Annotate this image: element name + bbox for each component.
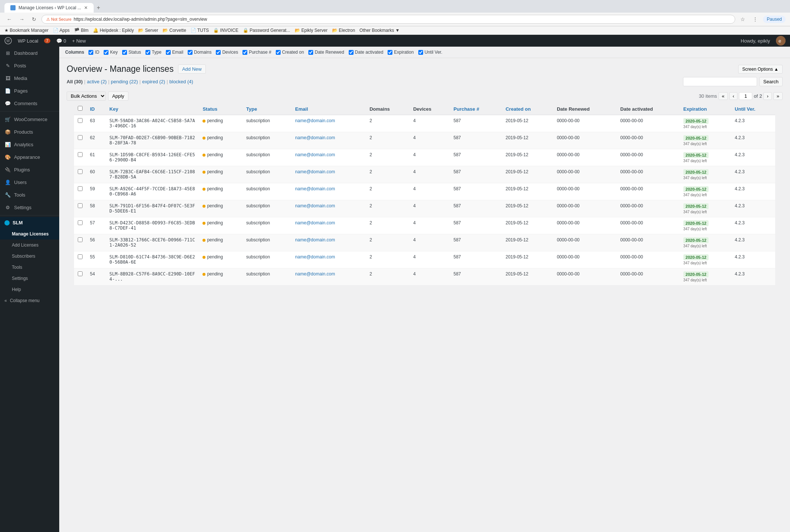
row-checkbox[interactable] bbox=[78, 186, 83, 191]
col-checkbox-expiration[interactable] bbox=[388, 50, 392, 55]
th-created[interactable]: Created on bbox=[502, 103, 553, 115]
th-key[interactable]: Key bbox=[106, 103, 199, 115]
active-tab[interactable]: Manage Licenses ‹ WP Local ... ✕ bbox=[4, 3, 94, 13]
last-page-button[interactable]: » bbox=[773, 92, 783, 100]
sidebar-sub-manage-licenses[interactable]: Manage Licenses bbox=[0, 228, 59, 240]
col-check-renewed[interactable]: Date Renewed bbox=[308, 50, 344, 55]
email-link[interactable]: name@domain.com bbox=[295, 169, 335, 174]
col-checkbox-renewed[interactable] bbox=[308, 50, 313, 55]
th-id[interactable]: ID bbox=[86, 103, 106, 115]
col-checkbox-domains[interactable] bbox=[188, 50, 193, 55]
row-checkbox[interactable] bbox=[78, 135, 83, 140]
email-link[interactable]: name@domain.com bbox=[295, 135, 335, 140]
bookmark-electron[interactable]: 📂 Electron bbox=[332, 28, 355, 33]
add-new-button[interactable]: Add New bbox=[178, 64, 206, 74]
search-button[interactable]: Search bbox=[759, 77, 783, 86]
sidebar-item-users[interactable]: 👤 Users bbox=[0, 176, 59, 188]
col-check-domains[interactable]: Domains bbox=[188, 50, 211, 55]
address-bar[interactable]: ⚠ Not Secure https://wplocal.ddev.local/… bbox=[41, 15, 735, 24]
tab-close-button[interactable]: ✕ bbox=[84, 5, 88, 10]
col-check-status[interactable]: Status bbox=[122, 50, 141, 55]
sidebar-item-pages[interactable]: 📄 Pages bbox=[0, 84, 59, 97]
th-purchase[interactable]: Purchase # bbox=[450, 103, 502, 115]
th-status[interactable]: Status bbox=[199, 103, 242, 115]
bookmark-invoice[interactable]: 🔒 INVOICE bbox=[213, 28, 238, 33]
sidebar-item-plugins[interactable]: 🔌 Plugins bbox=[0, 163, 59, 176]
col-checkbox-id[interactable] bbox=[88, 50, 93, 55]
sidebar-item-analytics[interactable]: 📊 Analytics bbox=[0, 138, 59, 151]
bookmark-helpdesk[interactable]: 🔔 Helpdesk : Epikly bbox=[93, 28, 134, 33]
sidebar-item-comments[interactable]: 💬 Comments bbox=[0, 97, 59, 110]
sidebar-sub-tools[interactable]: Tools bbox=[0, 262, 59, 273]
th-email[interactable]: Email bbox=[291, 103, 366, 115]
sidebar-sub-subscribers[interactable]: Subscribers bbox=[0, 251, 59, 262]
first-page-button[interactable]: « bbox=[719, 92, 728, 100]
sidebar-item-media[interactable]: 🖼 Media bbox=[0, 72, 59, 84]
page-input[interactable] bbox=[739, 92, 752, 100]
new-tab-button[interactable]: + bbox=[94, 3, 103, 13]
filter-expired[interactable]: expired (2) bbox=[142, 79, 165, 84]
admin-bar-new[interactable]: + New bbox=[72, 38, 86, 44]
col-check-devices[interactable]: Devices bbox=[216, 50, 238, 55]
bulk-actions-select[interactable]: Bulk Actions bbox=[67, 91, 106, 101]
col-checkbox-purchase[interactable] bbox=[242, 50, 247, 55]
apply-button[interactable]: Apply bbox=[108, 91, 128, 101]
screen-options-button[interactable]: Screen Options ▲ bbox=[738, 65, 783, 74]
sidebar-item-posts[interactable]: ✎ Posts bbox=[0, 59, 59, 72]
col-check-activated[interactable]: Date activated bbox=[349, 50, 384, 55]
email-link[interactable]: name@domain.com bbox=[295, 152, 335, 157]
col-check-version[interactable]: Until Ver. bbox=[418, 50, 442, 55]
filter-pending[interactable]: pending (22) bbox=[111, 79, 138, 84]
filter-blocked[interactable]: blocked (4) bbox=[170, 79, 193, 84]
col-checkbox-status[interactable] bbox=[122, 50, 127, 55]
row-checkbox[interactable] bbox=[78, 254, 83, 259]
filter-active[interactable]: active (2) bbox=[87, 79, 107, 84]
sidebar-item-tools[interactable]: 🔧 Tools bbox=[0, 188, 59, 201]
menu-button[interactable]: ⋮ bbox=[750, 16, 760, 23]
search-input[interactable] bbox=[683, 77, 757, 86]
bookmark-blm[interactable]: 🏴 Blm bbox=[74, 28, 88, 33]
row-checkbox[interactable] bbox=[78, 169, 83, 174]
col-checkbox-type[interactable] bbox=[145, 50, 150, 55]
row-checkbox[interactable] bbox=[78, 220, 83, 225]
bookmark-apps[interactable]: 📄 Apps bbox=[53, 28, 70, 33]
col-check-created[interactable]: Created on bbox=[276, 50, 304, 55]
col-checkbox-email[interactable] bbox=[166, 50, 171, 55]
reload-button[interactable]: ↻ bbox=[30, 16, 39, 23]
email-link[interactable]: name@domain.com bbox=[295, 271, 335, 277]
col-check-id[interactable]: ID bbox=[88, 50, 99, 55]
bookmark-server[interactable]: 📂 Server bbox=[138, 28, 158, 33]
row-checkbox[interactable] bbox=[78, 152, 83, 157]
collapse-menu-button[interactable]: « Collapse menu bbox=[0, 295, 59, 306]
admin-bar-comments[interactable]: 💬 0 bbox=[56, 38, 66, 44]
sidebar-item-woocommerce[interactable]: 🛒 WooCommerce bbox=[0, 113, 59, 126]
row-checkbox[interactable] bbox=[78, 203, 83, 208]
row-checkbox[interactable] bbox=[78, 271, 83, 276]
sidebar-sub-help[interactable]: Help bbox=[0, 284, 59, 295]
prev-page-button[interactable]: ‹ bbox=[729, 92, 737, 100]
email-link[interactable]: name@domain.com bbox=[295, 237, 335, 242]
bookmark-button[interactable]: ☆ bbox=[738, 16, 747, 23]
email-link[interactable]: name@domain.com bbox=[295, 220, 335, 225]
wp-logo-item[interactable]: W bbox=[4, 37, 12, 44]
admin-bar-updates[interactable]: 7 bbox=[44, 38, 50, 43]
back-button[interactable]: ← bbox=[4, 16, 14, 23]
col-check-expiration[interactable]: Expiration bbox=[388, 50, 414, 55]
th-expiration[interactable]: Expiration bbox=[680, 103, 731, 115]
th-type[interactable]: Type bbox=[242, 103, 291, 115]
sidebar-item-appearance[interactable]: 🎨 Appearance bbox=[0, 151, 59, 163]
email-link[interactable]: name@domain.com bbox=[295, 203, 335, 208]
th-version[interactable]: Until Ver. bbox=[731, 103, 775, 115]
admin-bar-site-name[interactable]: WP Local bbox=[18, 38, 38, 44]
email-link[interactable]: name@domain.com bbox=[295, 186, 335, 191]
col-checkbox-created[interactable] bbox=[276, 50, 281, 55]
col-checkbox-key[interactable] bbox=[104, 50, 108, 55]
bookmark-password[interactable]: 🔒 Password Generat... bbox=[243, 28, 290, 33]
sidebar-item-products[interactable]: 📦 Products bbox=[0, 126, 59, 138]
row-checkbox[interactable] bbox=[78, 237, 83, 242]
forward-button[interactable]: → bbox=[17, 16, 27, 23]
col-checkbox-activated[interactable] bbox=[349, 50, 354, 55]
filter-all[interactable]: All (30) bbox=[67, 79, 83, 84]
sidebar-item-dashboard[interactable]: ⊞ Dashboard bbox=[0, 47, 59, 59]
select-all-checkbox[interactable] bbox=[78, 106, 83, 111]
